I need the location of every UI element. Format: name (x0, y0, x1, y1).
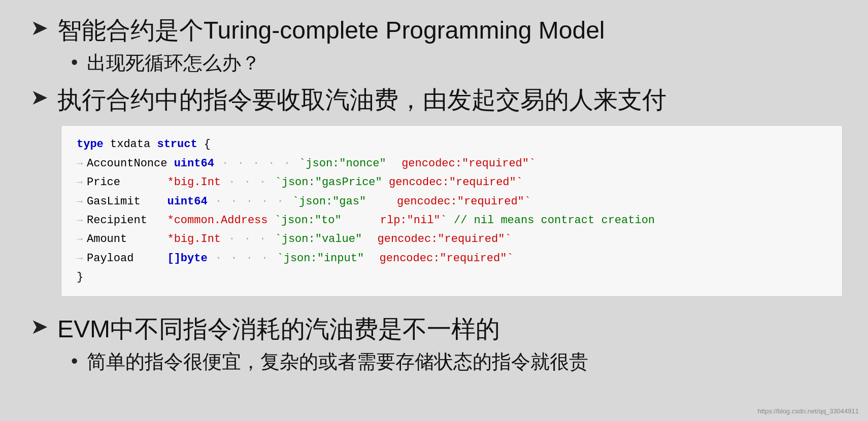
arrow-icon-3: ➤ (30, 314, 48, 339)
code-line-2: → Price *big.Int · · · `json:"gasPrice" … (77, 173, 827, 192)
slide-content: ➤ 智能合约是个Turing-complete Programming Mode… (30, 15, 838, 406)
code-header: type txdata struct { (77, 135, 827, 154)
dot-icon-2: • (71, 349, 78, 374)
bullet-1-text: 智能合约是个Turing-complete Programming Model (57, 15, 605, 46)
bullet-3: ➤ EVM中不同指令消耗的汽油费是不一样的 (30, 314, 838, 344)
arrow-icon-2: ➤ (30, 85, 48, 110)
watermark: https://blog.csdn.net/qq_33044911 (758, 407, 859, 415)
code-line-4: → Recipient *common.Address `json:"to" r… (77, 211, 827, 230)
bullet-2: ➤ 执行合约中的指令要收取汽油费，由发起交易的人来支付 (30, 85, 838, 115)
arrow-icon-1: ➤ (30, 15, 48, 41)
bullet-1: ➤ 智能合约是个Turing-complete Programming Mode… (30, 15, 838, 46)
dot-icon-1: • (71, 51, 78, 75)
code-line-6: → Payload []byte · · · · `json:"input" g… (77, 249, 827, 268)
sub-bullet-1: • 出现死循环怎么办？ (71, 51, 838, 76)
sub-bullet-1-text: 出现死循环怎么办？ (87, 51, 260, 76)
code-line-3: → GasLimit uint64 · · · · · `json:"gas" … (77, 192, 827, 211)
sub-bullet-2-text: 简单的指令很便宜，复杂的或者需要存储状态的指令就很贵 (87, 349, 588, 374)
bullet-2-text: 执行合约中的指令要收取汽油费，由发起交易的人来支付 (57, 85, 666, 115)
bullet-3-text: EVM中不同指令消耗的汽油费是不一样的 (57, 314, 500, 344)
code-block: type txdata struct { → AccountNonce uint… (61, 125, 843, 296)
code-line-1: → AccountNonce uint64 · · · · · `json:"n… (77, 154, 827, 173)
code-line-5: → Amount *big.Int · · · `json:"value" ge… (77, 230, 827, 249)
code-footer: } (77, 268, 827, 287)
sub-bullet-2: • 简单的指令很便宜，复杂的或者需要存储状态的指令就很贵 (71, 349, 838, 374)
